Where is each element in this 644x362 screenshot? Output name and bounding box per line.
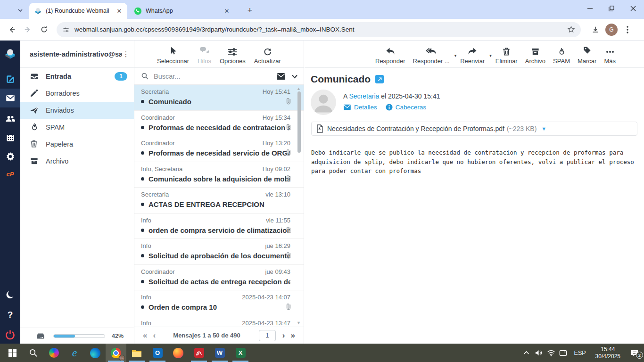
message-row[interactable]: Info, SecretariaHoy 09:02 Comunicado sob… [134, 162, 304, 188]
file-explorer-icon[interactable] [126, 344, 147, 362]
copilot-icon[interactable] [43, 344, 64, 362]
settings-gear-icon[interactable] [0, 147, 20, 166]
sidebar-item-spam[interactable]: SPAM [20, 119, 134, 136]
language-indicator[interactable]: ESP [574, 350, 586, 356]
notification-center-icon[interactable]: 2 [625, 349, 644, 357]
word-icon[interactable]: W [209, 344, 230, 362]
display-connect-icon[interactable] [557, 350, 570, 356]
unread-dot [141, 100, 144, 103]
message-row[interactable]: CoordinadorHoy 13:20 Proformas de necesi… [134, 136, 304, 162]
reply-all-button[interactable]: Responder ... [413, 46, 450, 65]
forward-button[interactable]: Reenviar [460, 46, 485, 65]
recipient-link[interactable]: Secretaria [349, 92, 379, 100]
internet-explorer-icon[interactable]: e [64, 344, 85, 362]
spam-button[interactable]: SPAM [553, 46, 570, 65]
mail-icon[interactable] [0, 89, 20, 107]
contacts-icon[interactable] [0, 109, 20, 128]
forward-caret-icon[interactable]: ▾ [489, 53, 492, 58]
profile-avatar[interactable]: G [603, 22, 619, 38]
sidebar-item-borradores[interactable]: Borradores [20, 85, 134, 102]
archive-button[interactable]: Archivo [525, 46, 545, 65]
sidebar-item-enviados[interactable]: Enviados [20, 102, 134, 119]
url-text[interactable]: webmail.sanjuan.gob.ec/cpsess9093691949/… [74, 26, 567, 33]
open-in-new-window-icon[interactable] [375, 75, 384, 83]
search-scope-mail-icon[interactable] [276, 73, 286, 80]
threads-button[interactable]: Hilos [198, 46, 211, 65]
taskbar-search-icon[interactable] [23, 344, 43, 362]
tab-search-button[interactable] [14, 4, 26, 16]
headers-link[interactable]: Cabeceras [386, 104, 426, 111]
archive-icon [531, 46, 540, 56]
message-row[interactable]: Coordinadorjue 09:43 Solicitud de actas … [134, 265, 304, 291]
omnibox[interactable]: webmail.sanjuan.gob.ec/cpsess9093691949/… [57, 22, 581, 37]
attachment-name[interactable]: Necesidades de Contratación y Recepción … [327, 125, 504, 132]
taskbar-clock[interactable]: 15:44 30/4/2025 [595, 346, 620, 360]
volume-icon[interactable] [533, 349, 545, 356]
message-row[interactable]: Info2025-04-23 13:47 [134, 316, 304, 327]
message-row[interactable]: Infovie 11:55 orden de compra servicio d… [134, 214, 304, 239]
tab-close-icon[interactable]: ✕ [116, 7, 123, 15]
attachment-menu-caret-icon[interactable]: ▼ [541, 126, 546, 132]
restore-button[interactable] [601, 0, 622, 17]
last-page-icon[interactable]: » [291, 331, 295, 340]
select-button[interactable]: Seleccionar [157, 46, 189, 65]
back-icon[interactable] [4, 22, 20, 38]
scroll-up-icon[interactable]: ▲ [297, 86, 301, 91]
account-menu-icon[interactable]: ⋮ [122, 50, 130, 58]
excel-icon[interactable]: X [230, 344, 251, 362]
sidebar-item-entrada[interactable]: Entrada 1 [20, 68, 134, 85]
tray-chevron-icon[interactable] [520, 351, 533, 355]
message-row[interactable]: Secretariavie 13:10 ACTAS DE ENTREGA REC… [134, 188, 304, 214]
forward-icon[interactable] [20, 22, 36, 38]
acrobat-icon[interactable] [189, 344, 209, 362]
browser-menu-icon[interactable] [619, 22, 636, 38]
start-button[interactable] [2, 344, 23, 362]
bookmark-star-icon[interactable] [567, 25, 575, 33]
message-row[interactable]: CoordinadorHoy 15:34 Proformas de necesi… [134, 111, 304, 137]
msg-date: Hoy 13:20 [263, 140, 290, 147]
reply-all-caret-icon[interactable]: ▾ [454, 53, 457, 58]
refresh-button[interactable]: Actualizar [254, 46, 281, 65]
help-icon[interactable]: ? [0, 305, 20, 324]
message-row[interactable]: Infojue 16:29 Solicitud de aprobación de… [134, 239, 304, 265]
options-sliders-icon [228, 46, 237, 56]
list-scrollbar[interactable] [297, 91, 301, 153]
page-number-input[interactable] [259, 330, 276, 341]
more-button[interactable]: Más [604, 46, 616, 65]
first-page-icon[interactable]: « [143, 331, 147, 340]
attachment-row[interactable]: Necesidades de Contratación y Recepción … [311, 122, 637, 136]
tab-whatsapp[interactable]: WhatsApp ✕ [129, 3, 236, 19]
site-info-icon[interactable] [62, 26, 70, 33]
message-row[interactable]: Info2025-04-23 14:07 Orden de compra 10 [134, 290, 304, 316]
search-input[interactable] [154, 73, 276, 80]
compose-icon[interactable] [0, 70, 20, 89]
reply-button[interactable]: Responder [375, 46, 405, 65]
details-link[interactable]: Detalles [343, 104, 377, 111]
cpanel-icon[interactable]: cP [0, 166, 20, 182]
message-row[interactable]: SecretariaHoy 15:41 Comunicado [134, 85, 304, 111]
tab-roundcube[interactable]: (1) Roundcube Webmail :: Envia ✕ [29, 3, 127, 19]
mark-button[interactable]: Marcar [578, 44, 596, 65]
wifi-icon[interactable] [545, 350, 557, 356]
downloads-icon[interactable] [587, 22, 603, 38]
reload-icon[interactable] [36, 22, 52, 38]
firefox-icon[interactable] [168, 344, 189, 362]
outlook-icon[interactable]: O [147, 344, 168, 362]
delete-button[interactable]: Eliminar [495, 46, 518, 65]
sidebar-item-papelera[interactable]: Papelera [20, 136, 134, 153]
dark-mode-moon-icon[interactable] [0, 286, 20, 304]
new-tab-button[interactable]: + [244, 5, 256, 16]
tab-close-icon[interactable]: ✕ [223, 7, 231, 15]
close-window-button[interactable] [622, 0, 644, 17]
sidebar-item-archivo[interactable]: Archivo [20, 153, 134, 170]
edge-icon[interactable] [85, 344, 106, 362]
calendar-icon[interactable] [0, 128, 20, 147]
next-page-icon[interactable]: › [282, 331, 285, 340]
chrome-taskbar-icon[interactable]: G [106, 344, 126, 362]
options-button[interactable]: Opciones [220, 46, 246, 65]
minimize-button[interactable] [579, 0, 601, 17]
scroll-down-icon[interactable]: ▼ [297, 321, 301, 325]
logout-power-icon[interactable] [0, 325, 20, 344]
search-options-chevron-icon[interactable] [291, 73, 298, 80]
prev-page-icon[interactable]: ‹ [153, 331, 156, 340]
